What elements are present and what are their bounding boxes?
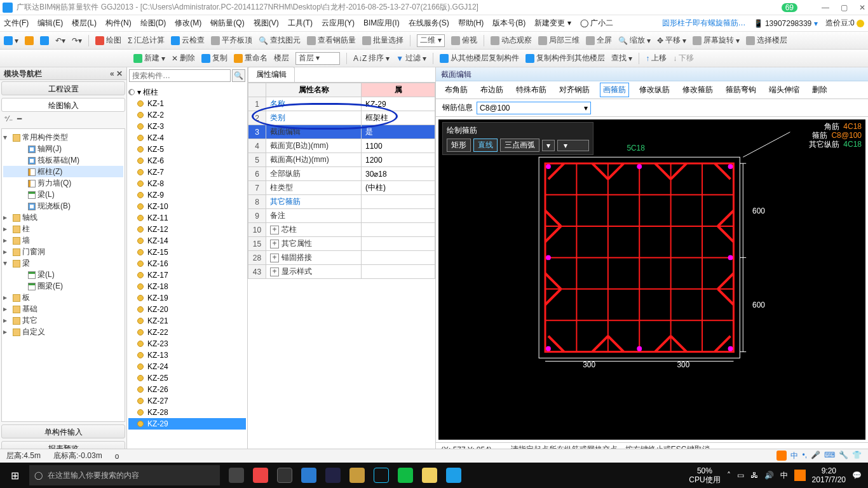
note-icon[interactable] xyxy=(422,468,437,483)
network-icon[interactable]: 🖧 xyxy=(750,471,758,480)
prop-row[interactable]: 43显示样式 xyxy=(248,265,435,279)
menu-rebar[interactable]: 钢筋量(Q) xyxy=(210,18,244,29)
editor-tab[interactable]: 修改纵筋 xyxy=(637,83,672,97)
editor-tab[interactable]: 删除 xyxy=(810,83,830,97)
comp-item[interactable]: KZ-1 xyxy=(128,98,246,109)
comp-item[interactable]: KZ-24 xyxy=(128,361,246,372)
movedown-button[interactable]: ↓ 下移 xyxy=(673,53,694,64)
comp-item[interactable]: KZ-3 xyxy=(128,121,246,132)
rename-button[interactable]: 重命名 xyxy=(234,53,268,64)
copyfrom-button[interactable]: 从其他楼层复制构件 xyxy=(440,53,519,64)
comp-item[interactable]: KZ-28 xyxy=(128,407,246,418)
editor-tab[interactable]: 修改箍筋 xyxy=(680,83,715,97)
comp-item[interactable]: KZ-21 xyxy=(128,315,246,327)
nav-node[interactable]: 墙 xyxy=(3,234,123,246)
ime-icon[interactable] xyxy=(776,451,787,461)
editor-tab[interactable]: 对齐钢筋 xyxy=(557,83,592,97)
app4-icon[interactable] xyxy=(446,468,461,483)
comp-item[interactable]: KZ-2 xyxy=(128,109,246,121)
new-file-button[interactable]: ▾ xyxy=(4,36,18,45)
taskbar-search[interactable]: ◯ 在这里输入你要搜索的内容 xyxy=(29,465,220,485)
nav-node[interactable]: 柱 xyxy=(3,223,123,234)
floor-combo[interactable]: 首层 ▾ xyxy=(295,52,340,65)
nav-node[interactable]: 轴线 xyxy=(3,212,123,223)
draw-mode-button[interactable]: 直线 xyxy=(473,139,498,152)
zoom-button[interactable]: 🔍缩放▾ xyxy=(618,35,651,46)
maximize-button[interactable]: ▢ xyxy=(841,3,848,12)
prop-row[interactable]: 9备注 xyxy=(248,209,435,223)
update-badge[interactable]: 69 xyxy=(782,3,797,12)
comp-item[interactable]: KZ-8 xyxy=(128,178,246,189)
search-button[interactable]: 🔍 xyxy=(232,69,245,82)
comp-item[interactable]: KZ-25 xyxy=(128,372,246,384)
comp-item[interactable]: KZ-23 xyxy=(128,338,246,349)
search-input[interactable] xyxy=(129,69,231,82)
menu-tool[interactable]: 工具(T) xyxy=(288,18,313,29)
fullscreen-button[interactable]: 全屏 xyxy=(586,35,612,46)
nav-minitool[interactable]: ⁺⁄₋ ━ xyxy=(0,113,126,127)
comp-item[interactable]: KZ-17 xyxy=(128,269,246,281)
comp-item[interactable]: KZ-6 xyxy=(128,155,246,166)
editor-tab[interactable]: 端头伸缩 xyxy=(766,83,802,97)
ime-tray[interactable]: 中 xyxy=(780,470,788,481)
app1-icon[interactable] xyxy=(253,468,268,483)
nav-leaf[interactable]: 现浇板(B) xyxy=(3,200,123,212)
sogou-icon[interactable] xyxy=(794,470,806,481)
draw-mode-button[interactable]: 三点画弧 xyxy=(500,139,539,152)
prop-row[interactable]: 5截面高(H边)(mm)1200 xyxy=(248,153,435,167)
nav-close-icon[interactable]: « ✕ xyxy=(110,67,123,80)
nav-leaf[interactable]: 筏板基础(M) xyxy=(3,154,123,166)
explorer-icon[interactable] xyxy=(349,468,365,483)
prop-row[interactable]: 10芯柱 xyxy=(248,223,435,237)
sort-button[interactable]: A↓Z 排序▾ xyxy=(353,53,390,64)
nav-node[interactable]: 梁 xyxy=(3,257,123,269)
nav-node[interactable]: 门窗洞 xyxy=(3,246,123,257)
nav-tab-single[interactable]: 单构件输入 xyxy=(1,424,125,438)
nav-leaf[interactable]: 框柱(Z) xyxy=(3,166,123,177)
prop-row[interactable]: 2类别框架柱 xyxy=(248,111,435,125)
clock[interactable]: 9:202017/7/20 xyxy=(812,466,846,484)
editor-tab[interactable]: 布边筋 xyxy=(478,83,506,97)
nvidia-icon[interactable]: ▭ xyxy=(737,471,744,480)
pan-button[interactable]: ✥平移▾ xyxy=(657,35,686,46)
menu-bim[interactable]: BIM应用(I) xyxy=(363,18,400,29)
prop-row[interactable]: 15其它属性 xyxy=(248,237,435,251)
cpu-meter[interactable]: 50%CPU使用 xyxy=(689,466,720,484)
menu-file[interactable]: 文件(F) xyxy=(4,18,29,29)
nav-node[interactable]: 自定义 xyxy=(3,326,123,337)
comp-item[interactable]: KZ-14 xyxy=(128,235,246,247)
nav-tree[interactable]: 常用构件类型轴网(J)筏板基础(M)框柱(Z)剪力墙(Q)梁(L)现浇板(B)轴… xyxy=(1,128,125,422)
copy-comp-button[interactable]: 复制 xyxy=(201,53,227,64)
notifications-icon[interactable]: 💬 xyxy=(852,471,862,480)
comp-item[interactable]: KZ-18 xyxy=(128,281,246,292)
menu-cloud[interactable]: 云应用(Y) xyxy=(322,18,355,29)
dim-combo[interactable]: 二维 ▾ xyxy=(417,34,444,47)
prop-row[interactable]: 4截面宽(B边)(mm)1100 xyxy=(248,139,435,153)
nav-leaf[interactable]: 剪力墙(Q) xyxy=(3,177,123,189)
editor-tab[interactable]: 特殊布筋 xyxy=(513,83,549,97)
tray-up-icon[interactable]: ˄ xyxy=(727,471,731,480)
undo-button[interactable]: ↶▾ xyxy=(55,36,65,45)
orbit-button[interactable]: 动态观察 xyxy=(491,35,532,46)
save-button[interactable] xyxy=(40,36,49,45)
close-button[interactable]: ✕ xyxy=(859,3,865,12)
tip-link[interactable]: 圆形柱子即有螺旋箍筋… xyxy=(662,18,746,29)
minimize-button[interactable]: — xyxy=(822,3,829,12)
comp-item[interactable]: KZ-26 xyxy=(128,384,246,395)
nav-node[interactable]: 常用构件类型 xyxy=(3,132,123,143)
editor-tab[interactable]: 布角筋 xyxy=(442,83,470,97)
new-comp-button[interactable]: 新建▾ xyxy=(133,53,165,64)
nav-leaf[interactable]: 梁(L) xyxy=(3,189,123,200)
prop-row[interactable]: 8其它箍筋 xyxy=(248,195,435,209)
open-button[interactable] xyxy=(25,36,34,45)
comp-item[interactable]: KZ-4 xyxy=(128,132,246,144)
cloudcheck-button[interactable]: 云检查 xyxy=(171,35,205,46)
app3-icon[interactable] xyxy=(374,468,389,483)
draw-mode-button[interactable]: 矩形 xyxy=(447,139,471,152)
draw-extra-combo[interactable]: ▾ xyxy=(557,140,589,151)
prop-row[interactable]: 28锚固搭接 xyxy=(248,251,435,265)
find2-button[interactable]: 查找▾ xyxy=(611,53,632,64)
shirt-icon[interactable]: 👕 xyxy=(852,451,862,461)
nav-leaf[interactable]: 圈梁(E) xyxy=(3,280,123,292)
comp-item[interactable]: KZ-13 xyxy=(128,349,246,361)
